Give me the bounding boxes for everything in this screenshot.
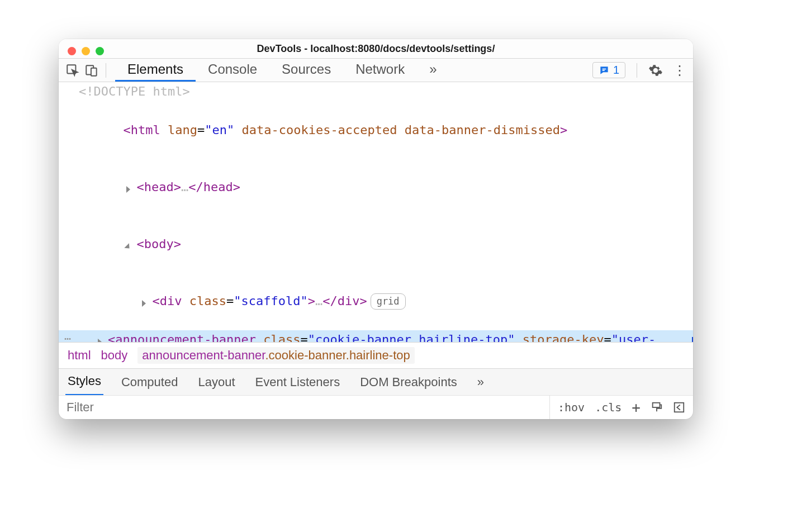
svg-rect-5 [653,403,660,407]
dom-tree[interactable]: <!DOCTYPE html> <html lang="en" data-coo… [59,82,693,342]
more-icon[interactable]: ⋮ [672,63,687,78]
close-button[interactable] [68,47,76,55]
issues-badge[interactable]: 1 [592,62,625,78]
dom-doctype[interactable]: <!DOCTYPE html> [59,82,693,101]
stab-dom-breakpoints[interactable]: DOM Breakpoints [358,369,459,395]
pointer-arrow-icon [663,335,693,342]
tab-sources[interactable]: Sources [269,59,343,82]
device-toggle-icon[interactable] [83,62,100,79]
svg-rect-4 [603,70,605,71]
stab-computed[interactable]: Computed [119,369,181,395]
stab-styles[interactable]: Styles [65,368,103,396]
styles-tabs: Styles Computed Layout Event Listeners D… [59,368,693,395]
breadcrumb-selected[interactable]: announcement-banner.cookie-banner.hairli… [137,347,414,364]
issues-count: 1 [613,64,619,77]
breadcrumb[interactable]: html body announcement-banner.cookie-ban… [59,342,693,368]
tab-elements[interactable]: Elements [115,59,196,82]
paint-icon[interactable] [651,401,663,414]
filter-buttons: :hov .cls + [549,396,693,419]
titlebar: DevTools - localhost:8080/docs/devtools/… [59,39,693,59]
svg-rect-6 [675,403,684,412]
window-title: DevTools - localhost:8080/docs/devtools/… [67,43,685,55]
separator [106,63,106,78]
toolbar-right: 1 ⋮ [592,62,687,78]
tabs-overflow-icon[interactable]: » [417,59,449,82]
toolbar: Elements Console Sources Network » 1 ⋮ [59,59,693,82]
minimize-button[interactable] [82,47,90,55]
breadcrumb-html[interactable]: html [68,348,91,363]
computed-panel-icon[interactable] [673,401,685,414]
ellipsis-icon[interactable]: ⋯ [64,330,72,342]
traffic-lights [68,47,104,55]
svg-rect-2 [91,68,97,76]
grid-badge[interactable]: grid [371,293,406,309]
tab-console[interactable]: Console [196,59,269,82]
settings-icon[interactable] [648,63,664,78]
styles-filter-input[interactable] [59,396,549,419]
inspect-icon[interactable] [64,62,81,79]
styles-filter-row: :hov .cls + [59,395,693,419]
issues-icon [599,65,610,76]
new-rule-icon[interactable]: + [632,399,641,416]
svg-rect-3 [603,69,606,70]
hov-button[interactable]: :hov [558,401,585,414]
dom-body-open[interactable]: <body> [59,216,693,273]
dom-html-open[interactable]: <html lang="en" data-cookies-accepted da… [59,101,693,158]
cls-button[interactable]: .cls [595,401,622,414]
dom-selected-node[interactable]: ⋯ <announcement-banner class="cookie-ban… [59,330,693,342]
stab-event-listeners[interactable]: Event Listeners [253,369,343,395]
stabs-overflow-icon[interactable]: » [475,369,486,395]
stab-layout[interactable]: Layout [196,369,237,395]
tab-network[interactable]: Network [343,59,417,82]
devtools-window: DevTools - localhost:8080/docs/devtools/… [59,39,693,419]
main-tabs: Elements Console Sources Network » [115,59,449,82]
maximize-button[interactable] [96,47,104,55]
dom-div-scaffold[interactable]: <div class="scaffold">…</div>grid [59,273,693,330]
breadcrumb-body[interactable]: body [101,348,128,363]
separator [637,63,637,78]
dom-head[interactable]: <head>…</head> [59,159,693,216]
